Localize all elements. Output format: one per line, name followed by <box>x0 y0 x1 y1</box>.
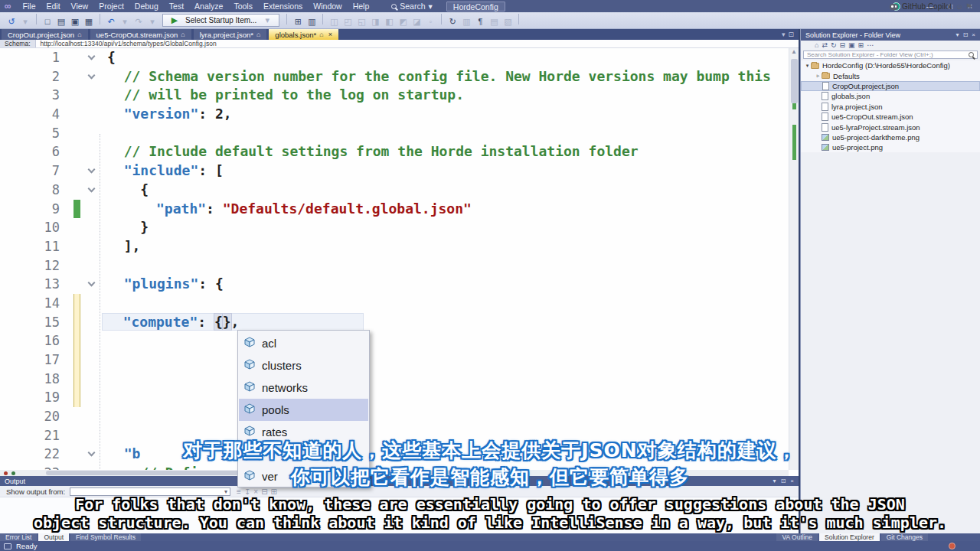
code-line[interactable]: 13 "plugins": { <box>0 275 789 294</box>
code-line[interactable]: 9 "path": "Defaults/default.global.json" <box>0 200 789 219</box>
fold-chevron-icon[interactable] <box>87 449 95 457</box>
sidebar-window-icon[interactable]: ⊡ <box>963 31 969 38</box>
code-line[interactable]: 21 <box>0 426 789 445</box>
tool-window-tab-git-changes[interactable]: Git Changes <box>881 533 928 541</box>
save-icon[interactable]: ▣ <box>848 41 855 49</box>
document-tab-globals-json-[interactable]: globals.json*⌂× <box>269 29 338 40</box>
more-icon[interactable]: ⋯ <box>867 41 874 49</box>
solution-platforms-icon[interactable]: ⊞ <box>292 17 304 27</box>
code-line[interactable]: 20 <box>0 407 789 426</box>
menu-item-extensions[interactable]: Extensions <box>258 1 308 11</box>
code-line[interactable]: 5 <box>0 124 789 143</box>
solution-explorer-search-input[interactable]: Search Solution Explorer - Folder View (… <box>803 51 978 59</box>
startup-item-dropdown[interactable]: ▶ Select Startup Item... ▾ <box>162 14 279 27</box>
redo-icon[interactable]: ↷ <box>132 17 145 27</box>
output-window-icon[interactable]: ⊡ <box>781 478 786 484</box>
fold-margin[interactable] <box>81 48 101 67</box>
toolbar-icon[interactable]: ◧ <box>383 17 395 27</box>
code-line[interactable]: 10 } <box>0 218 789 237</box>
document-tab-ue5-CropOut-stream-json[interactable]: ue5-CropOut.stream.json⌂ <box>90 29 191 40</box>
tab-well-icon[interactable]: ⊡ <box>788 31 794 38</box>
code-line[interactable]: 1{ <box>0 48 789 67</box>
completion-item-ver[interactable]: ver <box>239 465 368 487</box>
code-editor[interactable]: 1{2 // Schema version number for the con… <box>0 48 789 470</box>
fold-chevron-icon[interactable] <box>87 166 95 174</box>
tool-window-tab-solution-explorer[interactable]: Solution Explorer <box>819 533 880 541</box>
tool-window-tab-output[interactable]: Output <box>38 533 69 541</box>
code-line[interactable]: 18 <box>0 370 789 389</box>
sidebar-window-icon[interactable]: × <box>972 31 975 38</box>
output-toolbar-icon[interactable]: ⊞ <box>271 487 277 496</box>
tree-item[interactable]: globals.json <box>801 91 980 101</box>
sync-with-active-document-icon[interactable]: ⇄ <box>822 41 828 49</box>
fold-margin[interactable] <box>81 275 101 294</box>
completion-item-rates[interactable]: rates <box>239 421 368 443</box>
undo-dropdown-icon[interactable]: ▾ <box>119 17 131 27</box>
code-line[interactable]: 3 // will be printed to the log on start… <box>0 86 789 105</box>
save-all-icon[interactable]: ▦ <box>83 17 95 27</box>
collapse-all-icon[interactable]: ⊟ <box>840 41 846 49</box>
toolbar-icon[interactable]: ◨ <box>369 17 381 27</box>
solution-badge[interactable]: HordeConfig <box>446 2 505 11</box>
tool-window-tab-error-list[interactable]: Error List <box>0 533 37 541</box>
output-toolbar-icon[interactable]: ⊟ <box>261 487 267 496</box>
show-whitespace-icon[interactable]: ¶ <box>474 17 486 26</box>
toolbar-icon[interactable]: ◫ <box>328 17 340 27</box>
toolbar-icon[interactable]: ▥ <box>460 17 472 27</box>
notification-icon[interactable] <box>949 543 956 549</box>
tree-item[interactable]: ue5-lyraProject.stream.json <box>801 122 980 132</box>
copilot-badge-icon[interactable]: ⚑ <box>965 2 972 11</box>
output-toolbar-icon[interactable]: × <box>253 487 258 496</box>
scrollbar-thumb[interactable] <box>791 59 798 103</box>
tree-item[interactable]: lyra.project.json <box>801 102 980 112</box>
nav-backward-icon[interactable]: ↺ <box>5 17 18 27</box>
fold-margin[interactable] <box>81 67 101 86</box>
sidebar-window-icon[interactable]: ▾ <box>956 31 959 38</box>
code-line[interactable]: 17 <box>0 350 789 370</box>
toolbar-icon[interactable]: ◩ <box>397 17 409 27</box>
search-box[interactable]: Search ▾ <box>385 2 439 11</box>
toolbar-icon[interactable]: ◪ <box>410 17 423 27</box>
copilot-status[interactable]: GitHub Copilot ☺ ⚑ <box>890 2 972 11</box>
output-source-dropdown[interactable]: ▾ <box>70 487 230 496</box>
tree-item[interactable]: ▾HordeConfig (D:\Horde55\HordeConfig) <box>801 60 980 70</box>
menu-item-test[interactable]: Test <box>164 1 189 11</box>
document-tab-CropOut-project-json[interactable]: CropOut.project.json⌂ <box>2 29 88 40</box>
tree-item[interactable]: ue5-project-darktheme.png <box>801 132 980 142</box>
save-icon[interactable]: ▣ <box>69 17 81 27</box>
output-window-icon[interactable]: × <box>790 478 794 484</box>
properties-icon[interactable]: ⊞ <box>858 41 864 49</box>
refresh-icon[interactable]: ↻ <box>831 41 837 49</box>
code-line[interactable]: 7 "include": [ <box>0 161 789 181</box>
tree-item[interactable]: ue5-project.png <box>801 142 980 152</box>
completion-item-pools[interactable]: pools <box>239 399 368 421</box>
output-title-bar[interactable]: Output ▾⊡× <box>0 476 799 486</box>
code-line[interactable]: 8 { <box>0 181 789 200</box>
toolbar-icon[interactable]: ◰ <box>341 17 354 27</box>
editor-vertical-scrollbar[interactable]: ▲ <box>789 48 799 470</box>
nav-dropdown-icon[interactable]: ▾ <box>19 17 31 27</box>
redo-dropdown-icon[interactable]: ▾ <box>146 17 158 27</box>
fold-chevron-icon[interactable] <box>87 53 95 60</box>
code-line[interactable]: 12 <box>0 256 789 276</box>
code-line[interactable]: 4 "version": 2, <box>0 105 789 124</box>
schema-url-input[interactable]: http://localhost:13340/api/v1/schema/typ… <box>36 40 799 47</box>
completion-item-acl[interactable]: acl <box>239 332 368 354</box>
menu-item-view[interactable]: View <box>66 1 94 11</box>
toolbar-icon[interactable]: ◱ <box>355 17 368 27</box>
fold-margin[interactable] <box>81 161 101 181</box>
tab-well-icon[interactable]: ▾ <box>782 31 786 38</box>
code-line[interactable]: 6 // Include default settings from the H… <box>0 142 789 161</box>
menu-item-project[interactable]: Project <box>93 1 129 11</box>
tree-item[interactable]: ue5-CropOut.stream.json <box>801 112 980 122</box>
completion-item-networks[interactable]: networks <box>239 377 368 399</box>
code-line[interactable]: 2 // Schema version number for the confi… <box>0 67 789 86</box>
solution-explorer-title-bar[interactable]: Solution Explorer - Folder View ▾⊡× <box>801 29 980 41</box>
code-line[interactable]: 14 <box>0 294 789 313</box>
editor-horizontal-scrollbar[interactable] <box>0 470 789 476</box>
copilot-badge-icon[interactable]: ☺ <box>956 2 965 11</box>
output-window-icon[interactable]: ▾ <box>773 478 776 484</box>
menu-item-analyze[interactable]: Analyze <box>189 1 228 11</box>
tree-expander-icon[interactable]: ▾ <box>804 63 811 69</box>
tree-expander-icon[interactable]: ▹ <box>815 73 822 79</box>
